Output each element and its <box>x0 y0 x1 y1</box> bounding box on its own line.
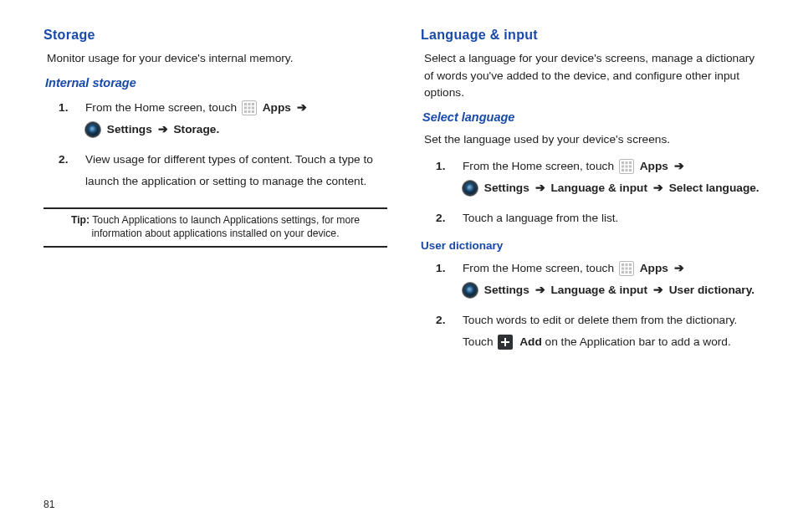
apps-icon <box>619 159 634 174</box>
user-dict-step-2: Touch words to edit or delete them from … <box>453 309 765 353</box>
arrow-icon: ➔ <box>674 262 684 274</box>
user-dictionary-steps: From the Home screen, touch Apps ➔ Setti… <box>421 258 765 353</box>
svg-rect-9 <box>622 161 624 164</box>
svg-rect-3 <box>244 107 247 110</box>
svg-rect-1 <box>248 103 250 105</box>
svg-rect-26 <box>629 271 632 274</box>
svg-rect-25 <box>625 271 627 274</box>
internal-storage-heading: Internal storage <box>45 74 387 93</box>
document-page: Storage Monitor usage for your device's … <box>0 0 798 532</box>
from-home-text: From the Home screen, touch <box>463 262 614 274</box>
svg-rect-4 <box>248 107 250 110</box>
svg-rect-16 <box>625 169 627 171</box>
select-lang-path-last: Select language <box>669 182 756 194</box>
svg-rect-13 <box>625 165 627 167</box>
apps-icon <box>619 261 634 276</box>
user-dict-step2-b: on the Application bar to add a word. <box>545 335 731 348</box>
settings-icon <box>463 181 478 196</box>
apps-label: Apps <box>640 160 668 172</box>
svg-rect-18 <box>622 263 624 266</box>
apps-icon <box>242 100 257 115</box>
settings-icon <box>463 283 478 298</box>
settings-label: Settings <box>484 182 529 194</box>
storage-heading: Storage <box>43 25 387 45</box>
svg-rect-23 <box>629 268 632 270</box>
svg-rect-19 <box>625 263 627 266</box>
svg-rect-12 <box>622 165 624 167</box>
tip-text: Tip: Touch Applications to launch Applic… <box>45 214 386 241</box>
arrow-icon: ➔ <box>653 182 663 194</box>
svg-rect-24 <box>622 271 624 274</box>
settings-icon <box>85 122 100 137</box>
left-column: Storage Monitor usage for your device's … <box>43 25 387 515</box>
select-language-desc: Set the language used by your device's s… <box>424 131 765 149</box>
storage-step-1: From the Home screen, touch Apps ➔ Setti… <box>75 97 387 141</box>
language-input-desc: Select a language for your device's scre… <box>424 50 765 102</box>
tip-box: Tip: Touch Applications to launch Applic… <box>43 207 387 248</box>
select-lang-step-1: From the Home screen, touch Apps ➔ Setti… <box>453 156 765 199</box>
svg-rect-2 <box>252 103 254 105</box>
svg-rect-10 <box>625 161 627 164</box>
svg-rect-22 <box>625 268 627 270</box>
svg-rect-6 <box>244 110 247 113</box>
arrow-icon: ➔ <box>158 123 168 136</box>
settings-label: Settings <box>484 284 529 296</box>
from-home-text: From the Home screen, touch <box>85 101 237 114</box>
svg-rect-8 <box>252 110 254 113</box>
svg-rect-11 <box>629 161 632 164</box>
lang-input-path: Language & input <box>550 182 647 194</box>
storage-path-last: Storage <box>173 123 216 136</box>
right-column: Language & input Select a language for y… <box>421 25 765 515</box>
svg-rect-14 <box>629 165 632 167</box>
user-dictionary-heading: User dictionary <box>421 238 765 254</box>
arrow-icon: ➔ <box>535 182 545 194</box>
language-input-heading: Language & input <box>421 25 765 45</box>
lang-input-path: Language & input <box>550 284 647 296</box>
svg-rect-17 <box>629 169 632 171</box>
storage-desc: Monitor usage for your device's internal… <box>47 50 387 68</box>
from-home-text: From the Home screen, touch <box>463 160 614 172</box>
tip-body: Touch Applications to launch Application… <box>91 214 360 239</box>
select-language-heading: Select language <box>422 109 765 127</box>
apps-label: Apps <box>640 262 668 274</box>
apps-label: Apps <box>263 101 291 114</box>
arrow-icon: ➔ <box>653 284 663 296</box>
arrow-icon: ➔ <box>674 160 684 172</box>
svg-rect-21 <box>622 268 624 270</box>
page-number: 81 <box>43 497 54 512</box>
svg-rect-0 <box>244 103 247 105</box>
storage-step-2: View usage for different types of conten… <box>75 149 387 192</box>
storage-steps: From the Home screen, touch Apps ➔ Setti… <box>43 97 387 192</box>
select-language-steps: From the Home screen, touch Apps ➔ Setti… <box>421 156 765 229</box>
svg-rect-15 <box>622 169 624 171</box>
select-lang-step-2: Touch a language from the list. <box>453 207 765 229</box>
add-icon <box>498 335 513 350</box>
settings-label: Settings <box>107 123 152 136</box>
arrow-icon: ➔ <box>297 101 307 114</box>
svg-rect-5 <box>252 107 254 110</box>
user-dict-step-1: From the Home screen, touch Apps ➔ Setti… <box>453 258 765 301</box>
user-dict-path-last: User dictionary <box>669 284 752 296</box>
svg-rect-7 <box>248 110 250 113</box>
add-label: Add <box>519 335 542 348</box>
svg-rect-20 <box>629 263 632 266</box>
tip-label: Tip: <box>71 214 90 226</box>
arrow-icon: ➔ <box>535 284 545 296</box>
